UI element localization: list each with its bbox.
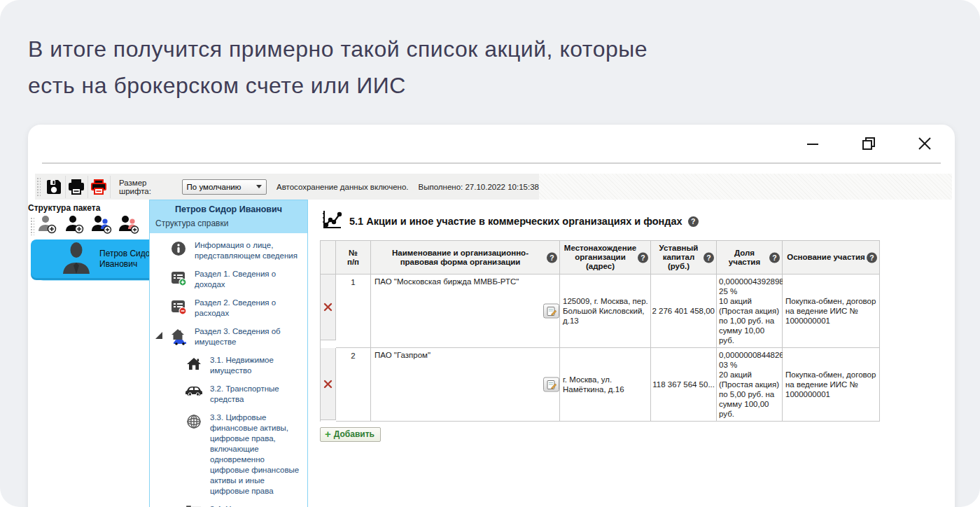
stocks-chart-icon <box>321 209 344 233</box>
window-controls <box>802 133 935 154</box>
section-help-icon[interactable]: ? <box>688 216 699 227</box>
print-red-icon[interactable] <box>88 176 111 198</box>
help-icon[interactable]: ? <box>638 252 648 263</box>
cell-num[interactable]: 2 <box>336 348 371 422</box>
add-person-black-icon[interactable] <box>64 214 85 234</box>
edit-row-icon[interactable] <box>543 304 559 319</box>
car-icon <box>183 384 204 397</box>
cell-basis[interactable]: Покупка-обмен, договор на ведение ИИС № … <box>783 348 880 422</box>
info-icon <box>168 240 189 256</box>
header-share: Доля участия? <box>717 241 783 275</box>
participation-table: № п/п Наименование и организационно-прав… <box>320 240 880 422</box>
cell-capital[interactable]: 118 367 564 50... <box>651 348 717 422</box>
page-headline: В итоге получится примерно такой список … <box>28 31 826 104</box>
autosave-status: Автосохранение данных включено. <box>276 183 409 191</box>
help-icon[interactable]: ? <box>547 252 557 263</box>
cell-num[interactable]: 1 <box>336 275 371 348</box>
delete-row-icon[interactable] <box>323 303 332 312</box>
print-icon[interactable] <box>66 176 88 198</box>
tree-item-section1[interactable]: Раздел 1. Сведения о доходах <box>151 269 303 290</box>
toolbar: Размер шрифта: По умолчанию Автосохранен… <box>35 174 539 200</box>
tree-item-section3[interactable]: Раздел 3. Сведения об имуществе <box>151 326 303 347</box>
document-plus-icon <box>168 269 189 286</box>
chevron-down-icon <box>256 185 262 188</box>
tree-item-section2[interactable]: Раздел 2. Сведения о расходах <box>151 298 303 319</box>
section-title: 5.1 Акции и иное участие в коммерческих … <box>349 216 682 227</box>
cell-share[interactable]: 0,0000004392898 25 % 10 акций (Простая а… <box>717 275 783 348</box>
main-content: 5.1 Акции и иное участие в коммерческих … <box>318 200 955 507</box>
header-name: Наименование и организационно-правовая ф… <box>371 241 560 275</box>
structure-panel: Петров Сидор Иванович Структура справки … <box>149 200 308 507</box>
cell-share[interactable]: 0,0000000844826 03 % 20 акций (Простая а… <box>717 348 783 422</box>
minimize-icon[interactable] <box>802 133 823 154</box>
headline-line2: есть на брокерском счете или ИИС <box>28 67 826 104</box>
add-row-button[interactable]: + Добавить <box>320 427 381 442</box>
toolbar-grip[interactable] <box>36 177 41 197</box>
tree-item-person-info[interactable]: Информация о лице, представляющем сведен… <box>151 240 303 261</box>
app-window: Размер шрифта: По умолчанию Автосохранен… <box>28 125 955 507</box>
edit-row-icon[interactable] <box>543 377 559 392</box>
font-size-value: По умолчанию <box>187 183 241 191</box>
package-add-icons <box>36 214 139 234</box>
toolbar-extension <box>539 174 952 200</box>
header-basis: Основание участия? <box>783 241 880 275</box>
section-header: 5.1 Акции и иное участие в коммерческих … <box>318 200 955 240</box>
selected-person-card[interactable]: Петров Сидор Иванович <box>31 239 158 278</box>
help-icon[interactable]: ? <box>704 252 714 263</box>
titlebar-divider <box>42 162 941 164</box>
house-icon <box>183 355 204 373</box>
person-avatar <box>62 242 91 277</box>
tree-item-3-3[interactable]: 3.3. Цифровые финансовые активы, цифровы… <box>151 412 303 496</box>
structure-panel-header: Петров Сидор Иванович Структура справки <box>150 200 307 233</box>
package-grip[interactable] <box>30 217 34 235</box>
add-person-gray-icon[interactable] <box>36 214 57 234</box>
tree-item-3-2[interactable]: 3.2. Транспортные средства <box>151 384 303 405</box>
table-row-delete <box>321 275 336 340</box>
utility-rights-icon <box>183 504 204 507</box>
cell-name[interactable]: ПАО "Московская биржда ММВБ-РТС" <box>371 275 560 348</box>
structure-subtitle: Структура справки <box>155 218 302 228</box>
done-status: Выполнено: 27.10.2022 10:15:38 <box>419 183 539 191</box>
restore-icon[interactable] <box>858 133 879 154</box>
headline-line1: В итоге получится примерно такой список … <box>28 31 826 67</box>
font-size-select[interactable]: По умолчанию <box>182 179 267 195</box>
header-capital: Уставный капитал (руб.)? <box>651 241 717 275</box>
help-icon[interactable]: ? <box>867 252 877 263</box>
structure-person-name[interactable]: Петров Сидор Иванович <box>155 204 302 214</box>
add-person-red-pair-icon[interactable] <box>118 214 139 234</box>
add-person-blue-pair-icon[interactable] <box>91 214 112 234</box>
structure-tree: Информация о лице, представляющем сведен… <box>150 233 307 507</box>
delete-row-icon[interactable] <box>323 380 332 389</box>
help-icon[interactable]: ? <box>769 252 780 263</box>
table-row-delete <box>321 348 336 420</box>
document-minus-icon <box>168 298 189 315</box>
add-button-label: Добавить <box>334 429 374 439</box>
tree-item-3-1[interactable]: 3.1. Недвижимое имущество <box>151 355 303 376</box>
house-car-icon <box>168 326 189 345</box>
expander-icon[interactable] <box>155 332 162 339</box>
cell-location[interactable]: г. Москва, ул. Намёткина, д.16 <box>560 348 651 422</box>
header-num: № п/п <box>336 241 371 275</box>
package-panel-title: Структура пакета <box>28 203 100 213</box>
save-icon[interactable] <box>43 176 66 198</box>
cell-basis[interactable]: Покупка-обмен, договор на ведение ИИС № … <box>783 275 880 348</box>
tree-item-3-4[interactable]: 3.4. Утилитарные цифровые права <box>151 504 303 507</box>
page-background: В итоге получится примерно такой список … <box>0 0 980 507</box>
cell-name[interactable]: ПАО "Газпром" <box>371 348 560 422</box>
header-location: Местонахождение организации (адрес)? <box>560 241 651 275</box>
font-size-label: Размер шрифта: <box>119 179 178 195</box>
header-delete-column <box>321 241 336 275</box>
close-icon[interactable] <box>914 133 935 154</box>
globe-icon <box>183 412 204 430</box>
cell-location[interactable]: 125009, г. Москва, пер. Большой Кисловск… <box>560 275 651 348</box>
plus-icon: + <box>325 430 331 438</box>
cell-capital[interactable]: 2 276 401 458,00 <box>651 275 717 348</box>
